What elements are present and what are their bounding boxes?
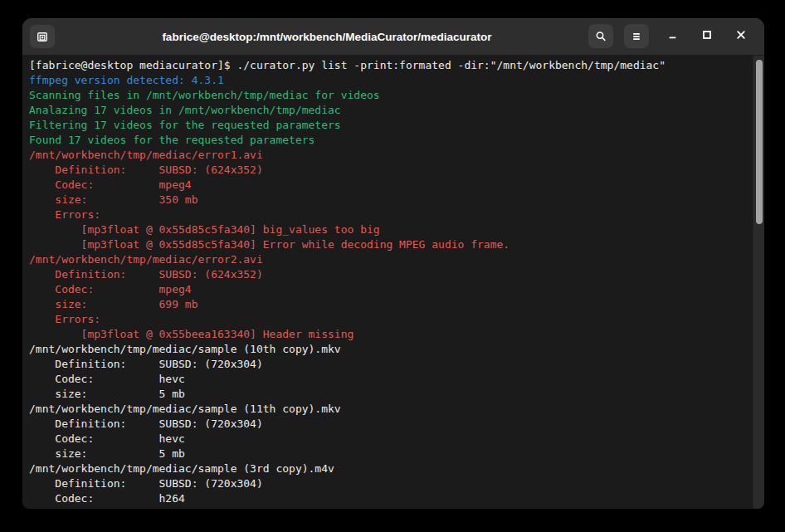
search-button[interactable] bbox=[588, 24, 613, 48]
terminal-line: Found 17 videos for the requested parame… bbox=[29, 133, 753, 148]
terminal-line: Definition: SUBSD: (720x304) bbox=[29, 357, 753, 372]
terminal-line: [fabrice@desktop mediacurator]$ ./curato… bbox=[29, 58, 753, 73]
terminal-line: ffmpeg version detected: 4.3.1 bbox=[29, 73, 753, 88]
window-title: fabrice@desktop:/mnt/workbench/MediaCura… bbox=[72, 18, 582, 55]
tab-new-icon bbox=[36, 30, 49, 43]
terminal-line: /mnt/workbench/tmp/mediac/sample (3rd co… bbox=[29, 461, 753, 476]
terminal-line: Definition: SUBSD: (720x304) bbox=[29, 476, 753, 491]
terminal-line: Codec: hevc bbox=[29, 372, 753, 387]
terminal-output[interactable]: [fabrice@desktop mediacurator]$ ./curato… bbox=[22, 56, 764, 509]
terminal-line: Codec: mpeg4 bbox=[29, 282, 753, 297]
terminal-line: Definition: SUBSD: (624x352) bbox=[29, 267, 753, 282]
terminal-line: size: 350 mb bbox=[29, 193, 753, 207]
terminal-line: Errors: bbox=[29, 207, 753, 222]
terminal-line: Filtering 17 videos for the requested pa… bbox=[29, 118, 753, 133]
terminal-line: Errors: bbox=[29, 312, 753, 327]
terminal-line: /mnt/workbench/tmp/mediac/error1.avi bbox=[29, 148, 753, 163]
terminal-window: fabrice@desktop:/mnt/workbench/MediaCura… bbox=[22, 18, 764, 509]
close-button[interactable] bbox=[729, 24, 753, 48]
terminal-line: Codec: mpeg4 bbox=[29, 178, 753, 193]
new-tab-button[interactable] bbox=[30, 25, 55, 48]
terminal-line: Analazing 17 videos in /mnt/workbench/tm… bbox=[29, 103, 753, 118]
terminal-line: Definition: SUBSD: (624x352) bbox=[29, 163, 753, 178]
menu-button[interactable] bbox=[624, 24, 649, 48]
terminal-line: /mnt/workbench/tmp/mediac/error2.avi bbox=[29, 252, 753, 267]
titlebar[interactable]: fabrice@desktop:/mnt/workbench/MediaCura… bbox=[22, 18, 764, 56]
scrollbar-thumb[interactable] bbox=[756, 60, 763, 224]
search-icon bbox=[594, 30, 607, 43]
terminal-line: [mp3float @ 0x55d85c5fa340] Error while … bbox=[29, 237, 753, 252]
terminal-lines: [fabrice@desktop mediacurator]$ ./curato… bbox=[29, 58, 753, 506]
terminal-line: /mnt/workbench/tmp/mediac/sample (11th c… bbox=[29, 402, 753, 417]
close-icon bbox=[734, 28, 748, 44]
minimize-icon bbox=[666, 28, 680, 44]
terminal-line: [mp3float @ 0x55d85c5fa340] big_values t… bbox=[29, 222, 753, 237]
maximize-icon bbox=[700, 28, 714, 44]
terminal-line: Codec: h264 bbox=[29, 491, 753, 506]
terminal-line: size: 5 mb bbox=[29, 387, 753, 402]
terminal-line: Scanning files in /mnt/workbench/tmp/med… bbox=[29, 88, 753, 103]
terminal-line: Codec: hevc bbox=[29, 432, 753, 447]
terminal-line: /mnt/workbench/tmp/mediac/sample (10th c… bbox=[29, 342, 753, 357]
minimize-button[interactable] bbox=[661, 24, 685, 48]
hamburger-menu-icon bbox=[630, 30, 643, 43]
terminal-line: size: 5 mb bbox=[29, 447, 753, 461]
maximize-button[interactable] bbox=[695, 24, 719, 48]
terminal-line: size: 699 mb bbox=[29, 297, 753, 312]
terminal-line: Definition: SUBSD: (720x304) bbox=[29, 417, 753, 432]
terminal-line: [mp3float @ 0x55beea163340] Header missi… bbox=[29, 327, 753, 342]
scrollbar-track[interactable] bbox=[753, 56, 764, 509]
